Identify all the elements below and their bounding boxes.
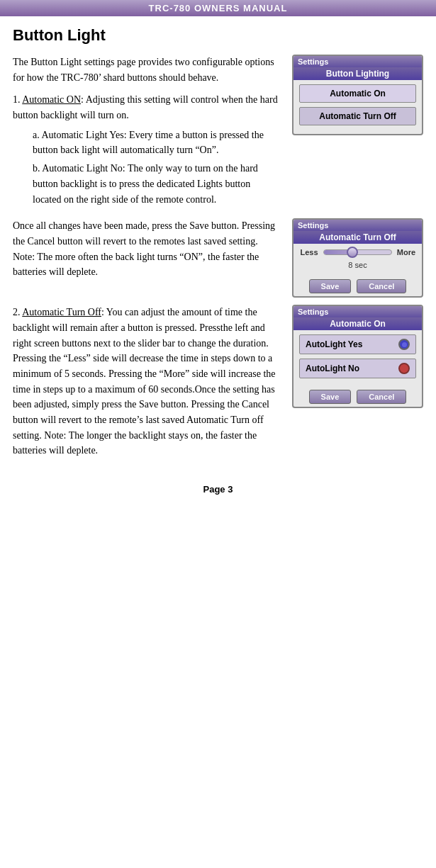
- item2-heading: 2. Automatic Turn Off: You can adjust th…: [13, 305, 281, 458]
- page-footer: Page 3: [13, 484, 423, 506]
- slider-more-label: More: [396, 248, 416, 257]
- page-title: Button Light: [13, 26, 423, 45]
- item1-number: 1.: [13, 94, 22, 105]
- page-header: TRC-780 OWNERS MANUAL: [0, 0, 436, 16]
- item2-section: 2. Automatic Turn Off: You can adjust th…: [13, 305, 423, 463]
- settings-widget-slider: Settings Automatic Turn Off Less More 8 …: [292, 218, 423, 298]
- autolight-btn-row: Save Cancel: [294, 387, 422, 407]
- widget-slider-header: Settings: [294, 220, 422, 231]
- intro-paragraph: The Button Light settings page provides …: [13, 55, 281, 85]
- widget-body-top: Automatic On Automatic Turn Off: [294, 80, 422, 134]
- widget-autolight-body: AutoLight Yes AutoLight No: [294, 330, 422, 387]
- item1-follow-section: Once all changes have been made, press t…: [13, 218, 423, 298]
- item2-number: 2.: [13, 307, 22, 317]
- main-content: Button Light The Button Light settings p…: [0, 16, 436, 513]
- settings-widget-auto-turn-off: Settings Automatic Turn Off Less More 8 …: [292, 218, 423, 298]
- autolight-cancel-button[interactable]: Cancel: [357, 390, 406, 404]
- slider-cancel-button[interactable]: Cancel: [357, 279, 406, 293]
- settings-widget-button-lighting: Settings Button Lighting Automatic On Au…: [292, 55, 423, 135]
- autolight-yes-radio[interactable]: [398, 339, 410, 350]
- page-number: Page 3: [203, 484, 233, 495]
- settings-widget-automatic-on: Settings Automatic On AutoLight Yes Auto…: [292, 305, 423, 408]
- widget-subheader-top: Button Lighting: [294, 67, 422, 80]
- item1-sub-b-text: Automatic Light No: The only way to turn…: [33, 163, 258, 204]
- item2-heading-text: Automatic Turn Off: [22, 307, 101, 317]
- widget-menu-item-automatic-on[interactable]: Automatic On: [299, 84, 416, 103]
- autolight-yes-label: AutoLight Yes: [306, 339, 362, 349]
- autolight-no-label: AutoLight No: [306, 363, 359, 373]
- settings-widget-top: Settings Button Lighting Automatic On Au…: [292, 55, 423, 135]
- item1-follow-col: Once all changes have been made, press t…: [13, 218, 281, 290]
- slider-area: Less More 8 sec: [294, 244, 422, 276]
- item1-sub-a-text: Automatic Light Yes: Every time a button…: [33, 130, 264, 156]
- slider-less-label: Less: [299, 248, 319, 257]
- item1-heading-text: Automatic ON: [22, 94, 81, 105]
- item2-intro-text: : You can adjust the amount of time the …: [13, 307, 276, 456]
- item1-sublist: a. Automatic Light Yes: Every time a but…: [13, 128, 281, 207]
- item1-heading: 1. Automatic ON: Adjusting this setting …: [13, 92, 281, 123]
- item1-sub-a: a. Automatic Light Yes: Every time a but…: [33, 128, 281, 158]
- slider-value-label: 8 sec: [299, 261, 416, 269]
- item1-follow-text: Once all changes have been made, press t…: [13, 218, 281, 280]
- header-title: TRC-780 OWNERS MANUAL: [149, 3, 288, 13]
- slider-track[interactable]: [323, 249, 392, 255]
- widget-autolight-header: Settings: [294, 306, 422, 317]
- item2-text-col: 2. Automatic Turn Off: You can adjust th…: [13, 305, 281, 463]
- slider-save-button[interactable]: Save: [309, 279, 352, 293]
- intro-section: The Button Light settings page provides …: [13, 55, 423, 211]
- widget-menu-item-automatic-turn-off[interactable]: Automatic Turn Off: [299, 107, 416, 125]
- widget-autolight-subheader: Automatic On: [294, 317, 422, 330]
- autolight-no-item[interactable]: AutoLight No: [299, 359, 416, 378]
- slider-thumb[interactable]: [347, 247, 358, 258]
- item1-sub-b: b. Automatic Light No: The only way to t…: [33, 161, 281, 207]
- widget-slider-subheader: Automatic Turn Off: [294, 231, 422, 244]
- autolight-no-radio[interactable]: [398, 363, 410, 374]
- autolight-save-button[interactable]: Save: [309, 390, 352, 404]
- slider-btn-row: Save Cancel: [294, 276, 422, 296]
- settings-widget-autolight: Settings Automatic On AutoLight Yes Auto…: [292, 305, 423, 408]
- intro-text-col: The Button Light settings page provides …: [13, 55, 281, 211]
- slider-track-container: Less More: [299, 248, 416, 257]
- widget-header-top: Settings: [294, 56, 422, 67]
- autolight-yes-item[interactable]: AutoLight Yes: [299, 334, 416, 354]
